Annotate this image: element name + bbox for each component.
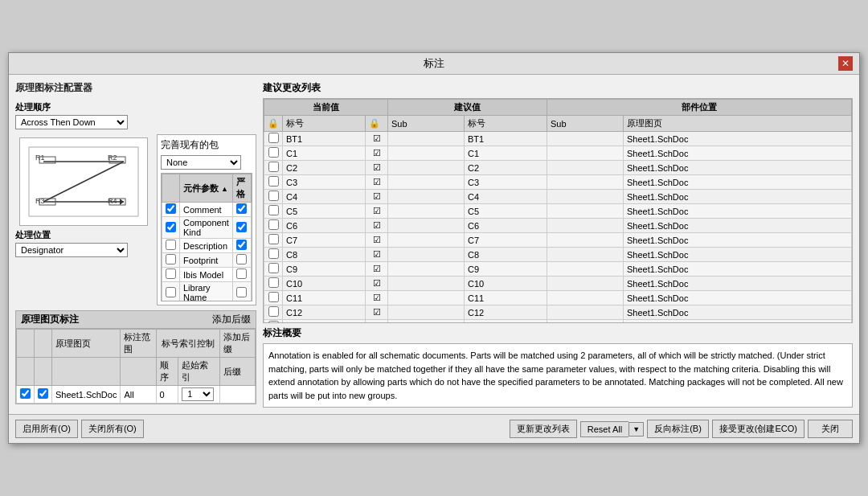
right-panel: 建议更改列表 当前值 建议值 部件位置 🔒 标号 🔒 Sub [263, 81, 853, 408]
page-enabled-checkbox[interactable] [38, 388, 48, 399]
main-content: 原理图标注配置器 处理顺序 Across Then Down Down Then… [9, 75, 859, 414]
param-strict-checkbox[interactable] [236, 254, 247, 264]
row-lock-checkbox[interactable] [268, 306, 279, 317]
change-row: C2 ☑ C2 Sheet1.SchDoc [264, 161, 852, 175]
param-strict-checkbox[interactable] [236, 240, 247, 250]
row-lock-checkbox[interactable] [268, 219, 279, 230]
row-sheet: Sheet1.SchDoc [624, 175, 852, 190]
reset-all-arrow-button[interactable]: ▼ [628, 422, 644, 437]
complete-pkg-select[interactable]: None All Current [161, 155, 241, 170]
param-name: Comment [180, 203, 233, 217]
col-sub-cur: Sub [388, 116, 465, 132]
check-icon: ☑ [373, 322, 381, 323]
row-suggested-sub [547, 233, 624, 248]
change-row: C4 ☑ C4 Sheet1.SchDoc [264, 190, 852, 204]
param-checkbox[interactable] [166, 254, 176, 264]
left-panel: 原理图标注配置器 处理顺序 Across Then Down Down Then… [15, 81, 256, 408]
row-lock-checkbox[interactable] [268, 234, 279, 244]
order-select[interactable]: Across Then Down Down Then Across Up The… [15, 115, 128, 129]
close-window-button[interactable]: ✕ [838, 56, 853, 71]
param-checkbox[interactable] [166, 268, 176, 279]
row-lock-checkbox[interactable] [268, 162, 279, 172]
close-button[interactable]: 关闭 [808, 420, 853, 438]
row-current-sub [388, 277, 465, 291]
change-row: C3 ☑ C3 Sheet1.SchDoc [264, 175, 852, 190]
param-checkbox[interactable] [166, 222, 176, 232]
row-suggested-desig: C5 [465, 204, 547, 219]
col-range2 [121, 358, 156, 386]
param-checkbox[interactable] [166, 240, 176, 250]
accept-changes-button[interactable]: 接受更改(创建ECO) [712, 420, 805, 438]
row-lock-checkbox[interactable] [268, 191, 279, 201]
page-visible-checkbox[interactable] [20, 388, 31, 399]
col-param-header: 元件参数 ▲ [180, 174, 233, 203]
row-suggested-desig: C2 [465, 161, 547, 175]
col-range: 标注范围 [121, 330, 156, 358]
col-lock-cur2: 🔒 [366, 116, 388, 132]
change-row: BT1 ☑ BT1 Sheet1.SchDoc [264, 132, 852, 146]
col-en [35, 330, 52, 358]
row-current-sub [388, 204, 465, 219]
row-lock-checkbox[interactable] [268, 248, 279, 259]
check-icon: ☑ [373, 148, 381, 158]
close-all-button[interactable]: 关闭所有(O) [81, 420, 144, 438]
row-lock-checkbox[interactable] [268, 263, 279, 273]
row-sheet: Sheet1.SchDoc [624, 190, 852, 204]
col-position-header: 部件位置 [547, 100, 852, 116]
row-suggested-desig: C10 [465, 277, 547, 291]
row-current-sub [388, 233, 465, 248]
col-desig-cur: 标号 [283, 116, 366, 132]
param-checkbox[interactable] [166, 287, 176, 297]
summary-section: 标注概要 Annotation is enabled for all schem… [263, 326, 853, 408]
row-lock-checkbox[interactable] [268, 147, 279, 158]
param-strict-checkbox[interactable] [236, 268, 247, 279]
param-strict-checkbox[interactable] [236, 287, 247, 297]
col-sheet2 [52, 358, 121, 386]
row-sheet: Sheet1.SchDoc [624, 161, 852, 175]
row-sheet: Sheet1.SchDoc [624, 132, 852, 146]
row-current-sub [388, 262, 465, 277]
row-suggested-desig: C6 [465, 219, 547, 233]
param-name: Ibis Model [180, 268, 233, 282]
change-row: C9 ☑ C9 Sheet1.SchDoc [264, 262, 852, 277]
add-suffix-label: 添加后缀 [212, 313, 251, 326]
row-lock-checkbox[interactable] [268, 205, 279, 215]
row-current-desig: C11 [283, 291, 366, 305]
reverse-annotate-button[interactable]: 反向标注(B) [647, 420, 709, 438]
col-suffix: 添加后缀 [220, 330, 256, 358]
row-current-desig: C7 [283, 233, 366, 248]
row-suggested-desig: C3 [465, 175, 547, 190]
row-suggested-desig: C8 [465, 248, 547, 262]
row-lock-checkbox[interactable] [268, 292, 279, 302]
row-lock-checkbox[interactable] [268, 133, 279, 143]
update-list-button[interactable]: 更新更改列表 [510, 420, 577, 438]
row-suggested-desig: C4 [465, 190, 547, 204]
row-lock-checkbox[interactable] [268, 176, 279, 187]
pages-section: 原理图页标注 添加后缀 原理图页 标注范围 标号索引控制 添加后缀 [15, 310, 256, 404]
param-checkbox[interactable] [166, 203, 176, 214]
row-current-desig: C6 [283, 219, 366, 233]
reset-all-main-button[interactable]: Reset All [580, 421, 628, 437]
param-strict-checkbox[interactable] [236, 222, 247, 232]
enable-all-button[interactable]: 启用所有(O) [15, 420, 78, 438]
row-lock-checkbox[interactable] [268, 321, 279, 323]
col-sheet-sug: 原理图页 [624, 116, 852, 132]
page-row: Sheet1.SchDoc All 0 1210 [17, 386, 256, 404]
params-table: 元件参数 ▲ 严格 Comment Component Kind Descrip… [162, 174, 252, 301]
param-strict-checkbox[interactable] [236, 203, 247, 214]
row-current-desig: BT1 [283, 132, 366, 146]
row-suggested-desig: BT1 [465, 132, 547, 146]
page-start-select[interactable]: 1210 [182, 387, 214, 401]
row-sheet: Sheet1.SchDoc [624, 219, 852, 233]
row-current-sub [388, 175, 465, 190]
param-name: Description [180, 239, 233, 253]
row-lock-checkbox[interactable] [268, 277, 279, 288]
changes-table: 当前值 建议值 部件位置 🔒 标号 🔒 Sub 标号 Sub 原理图页 [264, 99, 852, 323]
col-suggested-header: 建议值 [388, 100, 547, 116]
row-suggested-desig: C12 [465, 305, 547, 320]
col-sub-sug: Sub [547, 116, 624, 132]
row-suggested-sub [547, 248, 624, 262]
param-name: Component Kind [180, 217, 233, 239]
position-select[interactable]: Designator Position Alpha [15, 243, 128, 257]
row-suggested-sub [547, 291, 624, 305]
